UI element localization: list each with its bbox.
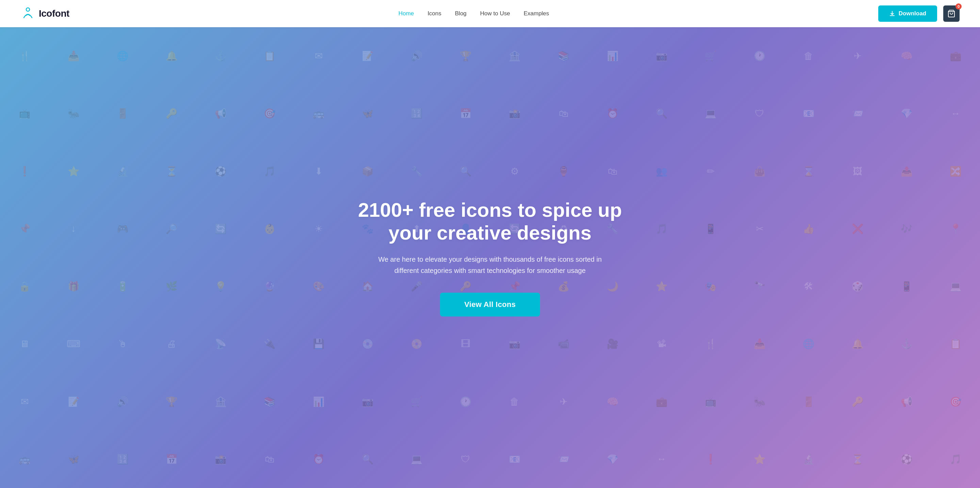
bg-icon: 📊 [588,27,637,85]
bg-icon: 📋 [245,27,294,85]
bg-icon: 🔬 [98,143,147,200]
bg-icon: 📅 [441,85,490,142]
view-all-icons-button[interactable]: View All Icons [440,292,540,316]
bg-icon: 🎮 [98,200,147,258]
download-icon [889,11,895,17]
bg-icon: 🔎 [147,200,196,258]
bg-icon: 🛍 [539,85,588,142]
bg-icon: ⏰ [588,85,637,142]
bg-icon: ⌨ [49,315,98,373]
bg-icon: ✉ [0,373,49,431]
bg-icon: ⚙ [490,143,539,200]
bg-icon: 🎯 [931,373,980,431]
bg-icon: 🏦 [490,27,539,85]
cart-button[interactable]: 0 [943,5,959,22]
bg-icon: 🎵 [245,143,294,200]
bg-icon: 📷 [343,373,392,431]
nav-icons[interactable]: Icons [427,10,441,17]
bg-icon: ⭐ [735,431,784,488]
bg-icon: 🔊 [392,27,441,85]
bg-icon: 📷 [490,315,539,373]
cart-icon [947,10,956,18]
bg-icon: 🎥 [588,315,637,373]
bg-icon: 🍴 [0,27,49,85]
bg-icon: 📸 [196,431,245,488]
bg-icon: ↔ [931,85,980,142]
bg-icon: 💡 [196,258,245,315]
bg-icon: 🧠 [588,373,637,431]
bg-icon: 🎵 [637,200,686,258]
bg-icon: 📢 [196,85,245,142]
bg-icon: 📌 [0,200,49,258]
bg-icon: 🔄 [196,200,245,258]
bg-icon: 📺 [0,85,49,142]
nav-examples[interactable]: Examples [524,10,549,17]
nav-home[interactable]: Home [398,10,414,17]
bg-icon: 💼 [637,373,686,431]
bg-icon: ⏳ [833,431,882,488]
bg-icon: 🔑 [833,373,882,431]
bg-icon: 🚪 [98,85,147,142]
bg-icon: 🎲 [833,258,882,315]
bg-icon: 📊 [294,373,343,431]
bg-icon: 📍 [931,200,980,258]
bg-icon: ✉ [294,27,343,85]
download-button[interactable]: Download [878,5,937,22]
bg-icon: 🖼 [833,143,882,200]
bg-icon: 🔍 [343,431,392,488]
nav-links: Home Icons Blog How to Use Examples [398,10,549,17]
bg-icon: ⏳ [147,143,196,200]
bg-icon: ⚓ [882,315,931,373]
bg-icon: 👜 [735,143,784,200]
bg-icon: 📱 [686,200,735,258]
bg-icon: 🔑 [147,85,196,142]
bg-icon: 💾 [294,315,343,373]
bg-icon: 🛍 [588,143,637,200]
bg-icon: 🌿 [147,258,196,315]
bg-icon: 🔢 [392,85,441,142]
nav-how-to-use[interactable]: How to Use [480,10,510,17]
bg-icon: 👶 [245,200,294,258]
bg-icon: 🚌 [0,431,49,488]
bg-icon: ⏰ [294,431,343,488]
bg-icon: 📥 [49,27,98,85]
bg-icon: 🖱 [98,315,147,373]
nav-right: Download 0 [878,5,959,22]
bg-icon: 💼 [931,27,980,85]
bg-icon: ✈ [539,373,588,431]
bg-icon: 🛒 [392,373,441,431]
bg-icon: 📢 [882,373,931,431]
bg-icon: 🔋 [98,258,147,315]
bg-icon: 🔍 [441,143,490,200]
bg-icon: ⌛ [784,143,833,200]
bg-icon: 📦 [343,143,392,200]
logo[interactable]: Icofont [21,6,69,21]
bg-icon: 📡 [196,315,245,373]
svg-point-0 [26,8,30,11]
bg-icon: 🔍 [637,85,686,142]
bg-icon: 🐜 [49,85,98,142]
bg-icon: 🏦 [196,373,245,431]
bg-icon: ⚽ [196,143,245,200]
bg-icon: 📝 [343,27,392,85]
bg-icon: 🗑 [490,373,539,431]
bg-icon: 🔧 [392,143,441,200]
nav-blog[interactable]: Blog [455,10,466,17]
bg-icon: 🏆 [441,27,490,85]
bg-icon: 🚌 [294,85,343,142]
bg-icon: 🌐 [784,315,833,373]
bg-icon: 🦋 [343,85,392,142]
bg-icon: 🍴 [686,315,735,373]
bg-icon: 🎵 [931,431,980,488]
bg-icon: 📨 [833,85,882,142]
bg-icon: 📋 [931,315,980,373]
bg-icon: 💻 [392,431,441,488]
bg-icon: 📝 [49,373,98,431]
bg-icon: 🎨 [294,258,343,315]
bg-icon: 🎁 [49,258,98,315]
bg-icon: 👍 [784,200,833,258]
hero-section: 🍴📥🌐🔔⚓📋✉📝🔊🏆🏦📚📊📷🛒🕐🗑✈🧠💼📺🐜🚪🔑📢🎯🚌🦋🔢📅📸🛍⏰🔍💻🛡📧📨💎↔… [0,27,980,488]
bg-icon: 📤 [882,143,931,200]
bg-icon: ↔ [637,431,686,488]
bg-icon: 📚 [539,27,588,85]
